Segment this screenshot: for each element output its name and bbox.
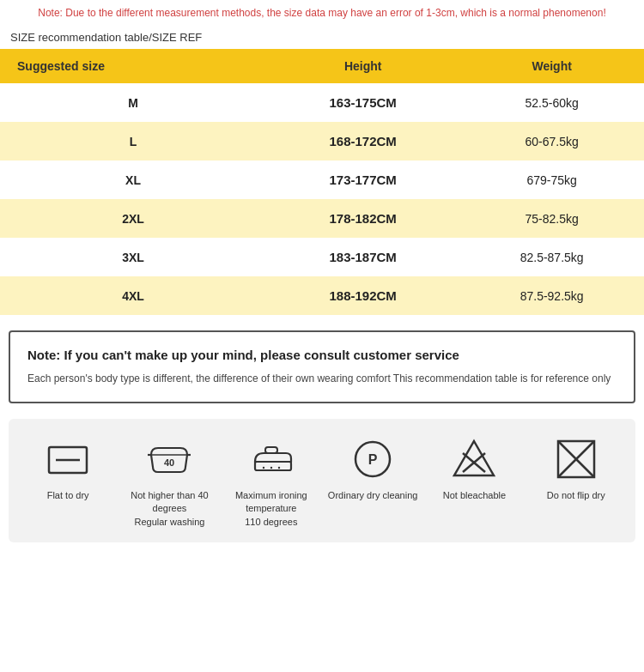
table-row: XL173-177CM679-75kg [0, 160, 644, 199]
svg-point-8 [270, 467, 272, 469]
table-row: 3XL183-187CM82.5-87.5kg [0, 238, 644, 276]
cell-height: 173-177CM [266, 160, 459, 199]
cell-size: 2XL [0, 199, 266, 238]
table-row: M163-175CM52.5-60kg [0, 83, 644, 122]
size-section-label: SIZE recommendation table/SIZE REF [0, 26, 644, 49]
cell-weight: 87.5-92.5kg [459, 276, 644, 315]
table-row: 2XL178-182CM75-82.5kg [0, 199, 644, 238]
cell-height: 178-182CM [266, 199, 459, 238]
care-max-ironing-label: Maximum ironing temperature 110 degrees [224, 489, 319, 529]
svg-point-7 [263, 467, 264, 469]
table-row: 4XL188-192CM87.5-92.5kg [0, 276, 644, 315]
table-row: L168-172CM60-67.5kg [0, 122, 644, 160]
not-higher-40-icon: 40 [146, 436, 192, 482]
not-bleachable-icon [451, 436, 497, 482]
svg-text:P: P [368, 452, 378, 467]
cell-height: 188-192CM [266, 276, 459, 315]
care-not-higher-40: 40 Not higher than 40 degrees Regular wa… [122, 436, 216, 529]
cell-size: 4XL [0, 276, 266, 315]
note-box-body: Each person's body type is different, th… [27, 371, 617, 386]
care-not-bleachable: Not bleachable [427, 436, 521, 502]
care-ordinary-dry-label: Ordinary dry cleaning [328, 489, 418, 502]
cell-weight: 60-67.5kg [459, 122, 644, 160]
max-ironing-icon [248, 436, 295, 482]
col-header-weight: Weight [459, 49, 644, 83]
care-do-not-flip-dry-label: Do not flip dry [547, 489, 605, 502]
svg-marker-12 [454, 441, 494, 475]
do-not-flip-dry-icon [553, 436, 599, 482]
care-ordinary-dry: P Ordinary dry cleaning [325, 436, 420, 502]
cell-weight: 82.5-87.5kg [459, 238, 644, 276]
care-flat-to-dry-label: Flat to dry [47, 489, 89, 502]
care-not-bleachable-label: Not bleachable [443, 489, 506, 502]
svg-point-9 [278, 467, 280, 469]
cell-weight: 679-75kg [459, 160, 644, 199]
care-not-higher-40-label: Not higher than 40 degrees Regular washi… [122, 489, 216, 529]
col-header-size: Suggested size [0, 49, 266, 83]
svg-text:40: 40 [164, 457, 174, 468]
svg-rect-5 [255, 462, 291, 470]
care-max-ironing: Maximum ironing temperature 110 degrees [224, 436, 319, 529]
cell-size: M [0, 83, 266, 122]
ordinary-dry-icon: P [349, 436, 396, 482]
care-flat-to-dry: Flat to dry [21, 436, 115, 502]
col-header-height: Height [266, 49, 459, 83]
care-do-not-flip-dry: Do not flip dry [529, 436, 623, 502]
top-note: Note: Due to the different measurement m… [0, 0, 644, 26]
cell-weight: 52.5-60kg [459, 83, 644, 122]
cell-size: L [0, 122, 266, 160]
cell-size: 3XL [0, 238, 266, 276]
note-box-title: Note: If you can't make up your mind, pl… [27, 348, 617, 362]
note-box: Note: If you can't make up your mind, pl… [9, 330, 635, 403]
flat-to-dry-icon [45, 436, 91, 482]
cell-size: XL [0, 160, 266, 199]
cell-weight: 75-82.5kg [459, 199, 644, 238]
care-section: Flat to dry 40 Not higher than 40 degree… [9, 419, 635, 542]
cell-height: 163-175CM [266, 83, 459, 122]
cell-height: 183-187CM [266, 238, 459, 276]
cell-height: 168-172CM [266, 122, 459, 160]
size-table: Suggested size Height Weight M163-175CM5… [0, 49, 644, 315]
